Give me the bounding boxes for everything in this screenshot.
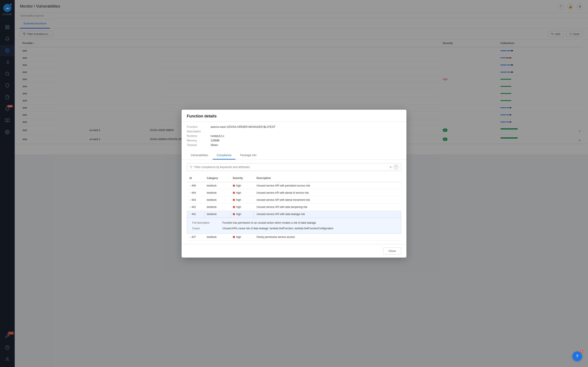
close-button[interactable]: Close [383,247,401,255]
severity-dot [233,236,235,238]
col-description: Description [254,175,401,182]
severity-dot [233,213,235,215]
modal-meta: Function aws/us-east-1/DVSA-ORDER-MANAGE… [182,122,406,151]
timeout-label: Timeout [187,143,211,147]
modal-overlay[interactable]: Function details Function aws/us-east-1/… [0,0,588,367]
compliance-row-444[interactable]: ›444 twistlock high Unused service API w… [187,189,401,196]
function-label: Function [187,125,211,128]
chevron-437[interactable]: › [190,236,190,238]
description-label: Description [187,130,211,133]
function-details-modal: Function details Function aws/us-east-1/… [182,110,406,258]
description-row: Description [187,130,401,133]
cause-label: Cause [192,227,223,230]
chevron-443[interactable]: › [190,199,190,201]
modal-footer: Close [182,244,406,258]
col-category: Category [204,175,230,182]
compliance-filter-input[interactable] [194,165,388,169]
modal-tabs: Vulnerabilities Compliance Package info [182,151,406,160]
filter-compliance-icon [190,166,193,169]
col-severity: Severity [230,175,254,182]
cause-value: Unused APIs cause risk of data leakage: … [223,227,396,230]
timeout-row: Timeout 30sec [187,143,401,147]
help-fab-icon: ? [576,354,579,359]
help-fab-badge: 6 [580,350,583,353]
runtime-row: Runtime nodejs12.x [187,134,401,138]
tab-compliance[interactable]: Compliance [213,151,235,159]
compliance-row-437[interactable]: ›437 twistlock high Overly permissive se… [187,233,401,241]
compliance-filter-help[interactable]: ? [394,165,398,169]
runtime-label: Runtime [187,134,211,138]
modal-header: Function details [182,110,406,122]
severity-dot [233,206,235,208]
compliance-table: Id Category Severity Description ›446 tw… [187,175,401,241]
modal-title: Function details [187,114,401,118]
compliance-row-442[interactable]: ›442 twistlock high Unused service API w… [187,203,401,210]
modal-body: ✕ ? Id Category Severity Description ›4 [182,160,406,244]
tab-package-info[interactable]: Package info [236,151,260,159]
function-row: Function aws/us-east-1/DVSA-ORDER-MANAGE… [187,125,401,128]
runtime-value: nodejs12.x [211,134,224,138]
compliance-filter-bar: ✕ ? [187,163,401,171]
memory-label: Memory [187,139,211,142]
detail-grid: Full description Function has permission… [192,221,396,230]
chevron-444[interactable]: › [190,192,190,194]
help-fab[interactable]: ? 6 [572,351,582,361]
svg-marker-19 [190,166,192,168]
tab-vulnerabilities[interactable]: Vulnerabilities [187,151,212,159]
full-description-value: Function has permission to an unused act… [223,221,396,224]
compliance-filter-clear[interactable]: ✕ [389,165,392,169]
memory-value: 128MB [211,139,219,142]
compliance-row-443[interactable]: ›443 twistlock high Unused service API w… [187,196,401,203]
function-value: aws/us-east-1/DVSA-ORDER-MANAGER:$LATEST [211,125,275,128]
severity-dot [233,192,235,194]
full-description-label: Full description [192,221,223,224]
compliance-row-446[interactable]: ›446 twistlock high Unused service API w… [187,182,401,189]
compliance-detail-441: Full description Function has permission… [187,218,401,233]
chevron-442[interactable]: › [190,206,190,208]
chevron-446[interactable]: › [190,184,190,187]
compliance-row-441[interactable]: ›441 twistlock high Unused service API w… [187,210,401,218]
severity-dot [233,184,235,187]
col-id: Id [187,175,204,182]
severity-dot [233,199,235,201]
timeout-value: 30sec [211,143,218,147]
memory-row: Memory 128MB [187,139,401,142]
chevron-441[interactable]: › [189,214,191,214]
